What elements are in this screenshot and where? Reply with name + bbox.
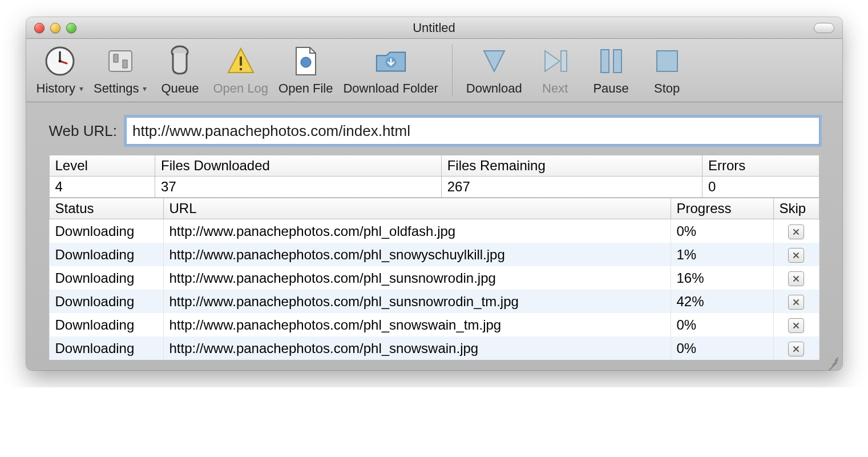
row-progress: 0% <box>671 336 773 360</box>
svg-point-10 <box>301 57 311 67</box>
history-label: History <box>37 81 75 96</box>
next-button[interactable]: Next <box>532 43 578 96</box>
toolbar-separator <box>452 45 453 96</box>
download-folder-label: Download Folder <box>343 81 438 96</box>
table-row[interactable]: Downloadinghttp://www.panachephotos.com/… <box>49 243 819 266</box>
row-url: http://www.panachephotos.com/phl_sunsnow… <box>163 266 671 290</box>
downloads-header-skip[interactable]: Skip <box>773 198 819 219</box>
url-input[interactable] <box>126 117 819 145</box>
titlebar[interactable]: Untitled <box>26 17 842 39</box>
chevron-down-icon: ▾ <box>143 84 147 93</box>
stop-label: Stop <box>654 81 680 96</box>
row-progress: 1% <box>671 243 773 266</box>
svg-rect-9 <box>240 68 242 70</box>
row-url: http://www.panachephotos.com/phl_oldfash… <box>163 219 671 243</box>
open-log-label: Open Log <box>213 81 268 96</box>
chevron-down-icon: ▾ <box>79 84 83 93</box>
open-file-label: Open File <box>278 81 333 96</box>
skip-button[interactable] <box>788 318 804 333</box>
table-row[interactable]: Downloadinghttp://www.panachephotos.com/… <box>49 313 819 336</box>
warning-icon <box>223 43 259 79</box>
skip-button[interactable] <box>788 225 804 239</box>
toolbar-pill-button[interactable] <box>814 23 834 33</box>
pause-icon <box>594 43 629 79</box>
row-status: Downloading <box>49 290 163 313</box>
row-url: http://www.panachephotos.com/phl_snowswa… <box>163 313 671 336</box>
row-status: Downloading <box>49 313 163 336</box>
settings-button[interactable]: Settings▾ <box>94 43 147 96</box>
row-progress: 42% <box>671 290 773 313</box>
svg-rect-5 <box>114 54 118 62</box>
download-label: Download <box>466 81 522 96</box>
skip-button[interactable] <box>788 271 804 286</box>
stats-header-level[interactable]: Level <box>49 155 155 177</box>
next-icon <box>538 43 573 79</box>
folder-download-icon <box>373 43 409 79</box>
stats-value-level: 4 <box>49 177 155 198</box>
row-progress: 16% <box>671 266 773 290</box>
open-log-button[interactable]: Open Log <box>213 43 268 96</box>
content-area: Web URL: Level Files Downloaded Files Re… <box>26 102 842 370</box>
svg-rect-8 <box>240 57 242 66</box>
next-label: Next <box>542 81 568 96</box>
row-progress: 0% <box>671 219 773 243</box>
table-row[interactable]: Downloadinghttp://www.panachephotos.com/… <box>49 266 819 290</box>
table-row[interactable]: Downloadinghttp://www.panachephotos.com/… <box>49 290 819 313</box>
queue-icon <box>162 43 197 79</box>
downloads-header-status[interactable]: Status <box>49 198 163 219</box>
download-arrow-icon <box>477 43 512 79</box>
file-icon <box>288 43 324 79</box>
downloads-header-progress[interactable]: Progress <box>671 198 773 219</box>
row-url: http://www.panachephotos.com/phl_sunsnow… <box>163 290 671 313</box>
queue-button[interactable]: Queue <box>157 43 203 96</box>
settings-label: Settings <box>94 81 139 96</box>
stop-icon <box>649 43 685 79</box>
download-button[interactable]: Download <box>466 43 522 96</box>
downloads-header-url[interactable]: URL <box>163 198 671 219</box>
row-url: http://www.panachephotos.com/phl_snowswa… <box>163 336 671 360</box>
svg-rect-12 <box>561 51 567 71</box>
svg-rect-6 <box>123 60 127 68</box>
row-status: Downloading <box>49 243 163 266</box>
row-url: http://www.panachephotos.com/phl_snowysc… <box>163 243 671 266</box>
download-folder-button[interactable]: Download Folder <box>343 43 438 96</box>
pause-label: Pause <box>593 81 628 96</box>
row-status: Downloading <box>49 219 163 243</box>
downloads-table: Status URL Progress Skip Downloadinghttp… <box>49 198 819 360</box>
history-button[interactable]: History▾ <box>37 43 83 96</box>
svg-rect-13 <box>601 50 609 73</box>
pause-button[interactable]: Pause <box>588 43 634 96</box>
row-status: Downloading <box>49 266 163 290</box>
switches-icon <box>103 43 138 79</box>
table-row[interactable]: Downloadinghttp://www.panachephotos.com/… <box>49 219 819 243</box>
svg-point-3 <box>58 60 61 63</box>
stats-header-files-downloaded[interactable]: Files Downloaded <box>155 155 442 177</box>
skip-button[interactable] <box>788 248 804 263</box>
app-window: Untitled History▾ <box>26 17 842 370</box>
stats-table: Level Files Downloaded Files Remaining E… <box>49 155 819 198</box>
toolbar: History▾ Settings▾ Queue <box>26 39 842 102</box>
url-label: Web URL: <box>49 122 117 140</box>
resize-grip[interactable] <box>826 355 839 368</box>
row-status: Downloading <box>49 336 163 360</box>
stats-value-errors: 0 <box>702 177 819 198</box>
stats-value-files-remaining: 267 <box>441 177 702 198</box>
stop-button[interactable]: Stop <box>644 43 690 96</box>
open-file-button[interactable]: Open File <box>278 43 333 96</box>
table-row[interactable]: Downloadinghttp://www.panachephotos.com/… <box>49 336 819 360</box>
window-title: Untitled <box>26 21 842 35</box>
stats-header-errors[interactable]: Errors <box>702 155 819 177</box>
stats-header-files-remaining[interactable]: Files Remaining <box>441 155 702 177</box>
row-progress: 0% <box>671 313 773 336</box>
stats-value-files-downloaded: 37 <box>155 177 442 198</box>
skip-button[interactable] <box>788 342 804 356</box>
queue-label: Queue <box>161 81 199 96</box>
svg-rect-14 <box>613 50 621 73</box>
skip-button[interactable] <box>788 295 804 310</box>
svg-rect-15 <box>657 51 677 71</box>
clock-icon <box>42 43 78 79</box>
svg-rect-4 <box>109 51 132 71</box>
